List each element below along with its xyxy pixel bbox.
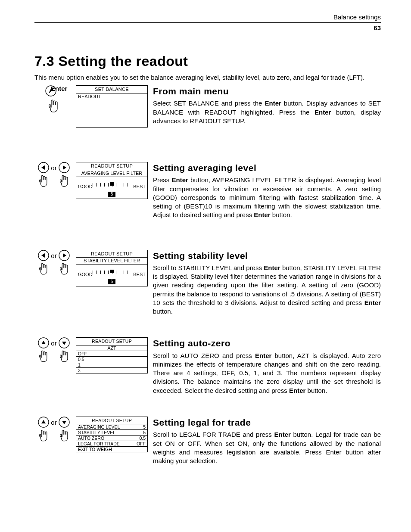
block-main-menu: Enter SET BALANCE READOUT From main menu… [34, 85, 381, 128]
display-header: READOUT SETUP [76, 250, 147, 258]
up-down-buttons: or [34, 337, 73, 363]
hand-press-icon [38, 173, 49, 188]
up-down-buttons: or [34, 417, 73, 442]
up-arrow-icon [38, 417, 49, 428]
block-stability: or READOUT SETUP STABILITY LEVEL FILTER … [34, 250, 381, 316]
or-label: or [51, 250, 56, 260]
azt-opt: OFF [76, 351, 147, 357]
display-set-balance: SET BALANCE READOUT [76, 85, 148, 128]
slider-marker-icon [110, 182, 114, 186]
slider-best: BEST [133, 184, 146, 190]
doc-section-label: Balance settings [333, 13, 381, 21]
display-sub: AVERAGING LEVEL FILTER [76, 170, 147, 177]
slider-good: GOOD [78, 271, 93, 278]
body-stability: Scroll to STABILITY LEVEL and press Ente… [153, 264, 381, 316]
or-label: or [51, 417, 56, 427]
display-header: READOUT SETUP [76, 162, 147, 170]
heading-auto-zero: Setting auto-zero [153, 337, 381, 349]
summary-row: AUTO ZERO0.5 [76, 436, 147, 441]
hand-press-icon [38, 261, 49, 276]
heading-averaging: Setting averaging level [153, 162, 381, 174]
heading-from-main-menu: From main menu [153, 85, 381, 97]
left-right-buttons: or [34, 162, 73, 188]
page-number: 63 [34, 24, 381, 32]
right-arrow-icon [59, 250, 70, 261]
display-header: READOUT SETUP [76, 338, 147, 345]
hand-press-icon [59, 173, 69, 188]
summary-row: STABILITY LEVEL5 [76, 430, 147, 436]
display-stability: READOUT SETUP STABILITY LEVEL FILTER GOO… [76, 250, 148, 287]
display-azt: READOUT SETUP AZT OFF 0.5 1 3 [76, 337, 148, 373]
section-title: 7.3 Setting the readout [34, 52, 381, 71]
display-header: SET BALANCE [76, 86, 147, 93]
hand-press-icon [59, 428, 69, 442]
display-averaging: READOUT SETUP AVERAGING LEVEL FILTER GOO… [76, 162, 148, 199]
slider-best: BEST [133, 271, 146, 278]
heading-stability: Setting stability level [153, 250, 381, 262]
down-arrow-icon [59, 417, 70, 428]
block-legal-for-trade: or READOUT SETUP AVERAGING LEVEL5 STABIL… [34, 417, 381, 465]
display-readout-summary: READOUT SETUP AVERAGING LEVEL5 STABILITY… [76, 417, 148, 452]
right-arrow-icon [59, 162, 70, 173]
page-header: Balance settings [34, 13, 381, 23]
slider-value: 5 [76, 278, 147, 286]
hand-press-icon [48, 97, 60, 114]
heading-legal-for-trade: Setting legal for trade [153, 417, 381, 429]
slider-track: GOOD BEST [76, 182, 147, 191]
body-averaging: Press Enter button, AVERAGING LEVEL FILT… [153, 176, 381, 219]
left-arrow-icon [38, 162, 49, 173]
azt-opt: 1 [76, 362, 147, 368]
display-header: READOUT SETUP [76, 417, 147, 424]
block-auto-zero: or READOUT SETUP AZT OFF 0.5 1 3 Setting… [34, 337, 381, 395]
summary-row: EXIT TO WEIGH [76, 447, 147, 452]
azt-opt: 0.5 [76, 357, 147, 362]
summary-row: AVERAGING LEVEL5 [76, 424, 147, 430]
slider-value: 5 [76, 191, 147, 199]
enter-label: Enter [51, 84, 67, 93]
slider-good: GOOD [78, 184, 93, 190]
slider-track: GOOD BEST [76, 270, 147, 278]
hand-press-icon [59, 348, 69, 363]
left-right-buttons: or [34, 250, 73, 276]
left-arrow-icon [38, 250, 49, 261]
or-label: or [51, 337, 56, 348]
body-from-main-menu: Select SET BALANCE and press the Enter b… [153, 99, 381, 125]
body-legal-for-trade: Scroll to LEGAL FOR TRADE and press Ente… [153, 430, 381, 465]
up-arrow-icon [38, 337, 49, 348]
block-averaging: or READOUT SETUP AVERAGING LEVEL FILTER … [34, 162, 381, 220]
summary-row: LEGAL FOR TRADEOFF [76, 441, 147, 447]
display-line: READOUT [76, 93, 147, 100]
slider-marker-icon [110, 270, 114, 273]
down-arrow-icon [59, 337, 70, 348]
hand-press-icon [59, 261, 69, 276]
hand-press-icon [38, 348, 49, 363]
display-sub: AZT [76, 345, 147, 351]
display-sub: STABILITY LEVEL FILTER [76, 258, 147, 264]
or-label: or [51, 162, 56, 172]
azt-opt: 3 [76, 368, 147, 373]
section-intro: This menu option enables you to set the … [34, 73, 381, 82]
hand-press-icon [38, 428, 49, 442]
body-auto-zero: Scroll to AUTO ZERO and press Enter butt… [153, 352, 381, 395]
